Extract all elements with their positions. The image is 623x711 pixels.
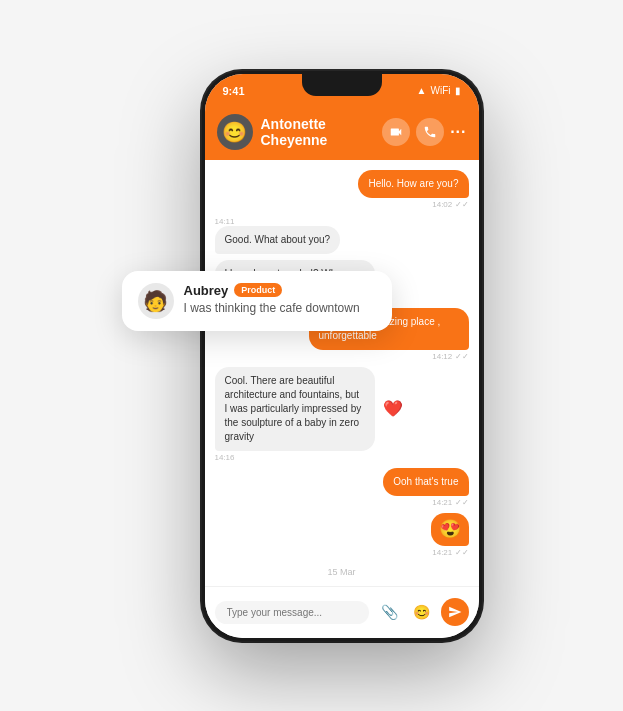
message-bubble: 😍 [431, 513, 469, 546]
message-text: Good. What about you? [225, 234, 331, 245]
chat-header: 😊 Antonette Cheyenne ··· [205, 104, 479, 160]
message-text: Hello. How are you? [368, 178, 458, 189]
table-row: Ooh that's true 14:21 ✓✓ [215, 468, 469, 507]
table-row: Cool. There are beautiful architecture a… [215, 367, 469, 462]
signal-icon: ▲ [417, 85, 427, 96]
messages-area: Hello. How are you? 14:02 ✓✓ 14:11 Good.… [205, 160, 479, 586]
message-bubble: Cool. There are beautiful architecture a… [215, 367, 375, 451]
input-icons: 📎 😊 [377, 598, 469, 626]
notification-popup: 🧑 Aubrey Product I was thinking the cafe… [122, 271, 392, 331]
phone-icon [423, 125, 437, 139]
phone-call-button[interactable] [416, 118, 444, 146]
phone-wrapper: 🧑 Aubrey Product I was thinking the cafe… [202, 71, 482, 641]
heart-reaction: ❤️ [383, 399, 403, 418]
message-input[interactable] [215, 601, 369, 624]
attach-icon: 📎 [381, 604, 398, 620]
read-check: ✓✓ [455, 548, 469, 557]
read-check: ✓✓ [455, 200, 469, 209]
read-check: ✓✓ [455, 352, 469, 361]
wifi-icon: WiFi [431, 85, 451, 96]
emoji-button[interactable]: 😊 [409, 599, 435, 625]
message-text: Ooh that's true [393, 476, 458, 487]
more-button[interactable]: ··· [450, 123, 466, 141]
message-text: 😍 [439, 519, 461, 539]
message-time: 14:02 ✓✓ [432, 200, 468, 209]
notif-badge: Product [234, 283, 282, 297]
attach-button[interactable]: 📎 [377, 599, 403, 625]
message-bubble: Hello. How are you? [358, 170, 468, 198]
battery-icon: ▮ [455, 85, 461, 96]
notif-avatar-emoji: 🧑 [143, 289, 168, 313]
input-area: 📎 😊 [205, 586, 479, 638]
notif-name: Aubrey [184, 283, 229, 298]
phone-frame: 9:41 ▲ WiFi ▮ 😊 Antonette Cheyenne [202, 71, 482, 641]
table-row: 14:11 Good. What about you? [215, 215, 469, 254]
msg-with-time: Cool. There are beautiful architecture a… [215, 367, 403, 462]
header-avatar-emoji: 😊 [222, 120, 247, 144]
table-row: 😍 14:21 ✓✓ [215, 513, 469, 557]
header-actions: ··· [382, 118, 466, 146]
notif-content: Aubrey Product I was thinking the cafe d… [184, 283, 376, 317]
phone-screen: 9:41 ▲ WiFi ▮ 😊 Antonette Cheyenne [205, 74, 479, 638]
status-time: 9:41 [223, 85, 245, 97]
message-time: 14:11 [215, 217, 235, 226]
message-time: 14:21 ✓✓ [432, 548, 468, 557]
msg-with-time: 😍 14:21 ✓✓ [431, 513, 469, 557]
msg-with-time: 14:11 Good. What about you? [215, 215, 341, 254]
notif-avatar: 🧑 [138, 283, 174, 319]
read-check: ✓✓ [455, 498, 469, 507]
notif-header-row: Aubrey Product [184, 283, 376, 298]
send-icon [448, 605, 462, 619]
message-time: 14:12 ✓✓ [432, 352, 468, 361]
message-bubble: Good. What about you? [215, 226, 341, 254]
message-text: Cool. There are beautiful architecture a… [225, 375, 362, 442]
table-row: Hello. How are you? 14:02 ✓✓ [215, 170, 469, 209]
emoji-icon: 😊 [413, 604, 430, 620]
status-icons: ▲ WiFi ▮ [417, 85, 461, 96]
video-call-button[interactable] [382, 118, 410, 146]
message-time: 14:21 ✓✓ [432, 498, 468, 507]
header-name: Antonette Cheyenne [261, 116, 375, 148]
notif-message: I was thinking the cafe downtown [184, 301, 376, 317]
send-button[interactable] [441, 598, 469, 626]
message-time: 14:16 [215, 453, 235, 462]
header-avatar: 😊 [217, 114, 253, 150]
video-icon [389, 125, 403, 139]
msg-with-time: Ooh that's true 14:21 ✓✓ [383, 468, 468, 507]
date-divider: 15 Mar [215, 567, 469, 577]
message-bubble: Ooh that's true [383, 468, 468, 496]
notch [302, 74, 382, 96]
msg-with-time: Hello. How are you? 14:02 ✓✓ [358, 170, 468, 209]
